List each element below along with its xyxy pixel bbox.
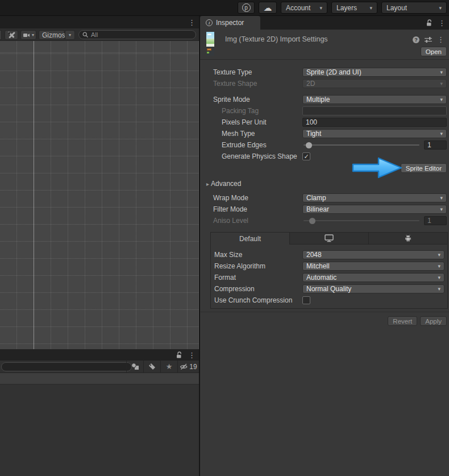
version-control-button[interactable]: p bbox=[238, 2, 255, 14]
aniso-level-value-field: 1 bbox=[424, 216, 447, 225]
tab-android-platform[interactable] bbox=[369, 233, 447, 245]
extrude-edges-value: 1 bbox=[427, 141, 431, 149]
extrude-edges-slider[interactable] bbox=[302, 140, 421, 150]
hidden-packages-toggle[interactable]: 19 bbox=[177, 361, 199, 372]
slider-handle[interactable] bbox=[306, 142, 312, 148]
extrude-edges-row: Extrude Edges 1 bbox=[200, 139, 449, 151]
wrap-mode-row: Wrap Mode Clamp ▾ bbox=[200, 192, 449, 204]
hidden-count: 19 bbox=[189, 363, 197, 371]
resize-algorithm-dropdown[interactable]: Mitchell ▾ bbox=[302, 262, 444, 271]
sprite-mode-row: Sprite Mode Multiple ▾ bbox=[200, 94, 449, 105]
pixels-per-unit-label: Pixels Per Unit bbox=[213, 118, 302, 126]
scene-menu-kebab-icon[interactable]: ⋮ bbox=[188, 19, 196, 26]
apply-button-row: Revert Apply bbox=[200, 316, 449, 326]
compression-row: Compression Normal Quality ▾ bbox=[214, 283, 444, 295]
scene-camera-dropdown[interactable]: ▾ bbox=[20, 30, 36, 40]
compression-dropdown[interactable]: Normal Quality ▾ bbox=[302, 284, 444, 293]
gizmos-arrow-button[interactable]: ▾ bbox=[65, 30, 75, 40]
extrude-edges-value-field[interactable]: 1 bbox=[424, 140, 447, 150]
open-button[interactable]: Open bbox=[421, 47, 447, 56]
use-crunch-compression-row: Use Crunch Compression bbox=[214, 295, 444, 306]
project-search-input[interactable] bbox=[1, 362, 132, 371]
max-size-value: 2048 bbox=[306, 251, 322, 259]
layers-dropdown[interactable]: Layers ▾ bbox=[331, 2, 377, 14]
texture-type-dropdown[interactable]: Sprite (2D and UI) ▾ bbox=[302, 68, 447, 77]
project-content-area[interactable] bbox=[0, 384, 199, 476]
gizmos-dropdown[interactable]: Gizmos bbox=[39, 30, 65, 40]
sprite-editor-row: Sprite Editor bbox=[200, 163, 449, 173]
mesh-type-dropdown[interactable]: Tight ▾ bbox=[302, 129, 447, 138]
filter-mode-row: Filter Mode Bilinear ▾ bbox=[200, 204, 449, 215]
slider-handle bbox=[309, 218, 315, 224]
unlock-icon[interactable] bbox=[176, 351, 182, 358]
saved-search-button[interactable]: ★ bbox=[160, 361, 177, 372]
scene-view-toolbar: ▾ Gizmos ▾ All bbox=[0, 28, 199, 41]
chevron-down-icon: ▾ bbox=[319, 5, 322, 11]
eye-slash-icon bbox=[180, 363, 188, 370]
format-dropdown[interactable]: Automatic ▾ bbox=[302, 273, 444, 282]
max-size-dropdown[interactable]: 2048 ▾ bbox=[302, 250, 444, 259]
unlock-icon[interactable] bbox=[426, 19, 433, 26]
mesh-type-label: Mesh Type bbox=[213, 130, 302, 138]
chevron-down-icon: ▾ bbox=[438, 263, 440, 269]
advanced-foldout[interactable]: ▸ Advanced bbox=[200, 179, 449, 189]
filter-mode-dropdown[interactable]: Bilinear ▾ bbox=[302, 205, 447, 214]
generate-physics-shape-label: Generate Physics Shape bbox=[213, 152, 302, 160]
platform-tabs: Default bbox=[211, 233, 447, 245]
tab-standalone-platform[interactable] bbox=[290, 233, 369, 245]
filter-by-type-icon bbox=[131, 363, 139, 370]
packing-tag-label: Packing Tag bbox=[213, 107, 302, 115]
cloud-services-button[interactable]: ☁ bbox=[259, 2, 277, 14]
header-kebab-icon[interactable]: ⋮ bbox=[437, 36, 444, 43]
scene-grid-axis bbox=[34, 41, 34, 349]
camera-icon bbox=[23, 32, 30, 38]
import-settings-header: Img (Texture 2D) Import Settings ? ⋮ Ope… bbox=[200, 30, 449, 60]
chevron-down-icon: ▾ bbox=[440, 131, 443, 136]
wrap-mode-label: Wrap Mode bbox=[213, 194, 302, 202]
info-icon: i bbox=[206, 19, 213, 26]
project-breadcrumb-bar bbox=[0, 373, 199, 384]
generate-physics-shape-row: Generate Physics Shape ✓ bbox=[200, 151, 449, 162]
inspector-menu-kebab-icon[interactable]: ⋮ bbox=[438, 19, 446, 27]
platform-settings-box: Default bbox=[210, 232, 448, 309]
project-menu-kebab-icon[interactable]: ⋮ bbox=[188, 351, 196, 359]
tools-icon bbox=[7, 31, 15, 39]
format-label: Format bbox=[214, 274, 302, 282]
wrap-mode-value: Clamp bbox=[306, 194, 326, 202]
layers-label: Layers bbox=[336, 4, 357, 12]
toolbar-edge-button[interactable] bbox=[0, 30, 2, 40]
tab-inspector[interactable]: i Inspector bbox=[200, 16, 260, 30]
pixels-per-unit-field[interactable]: 100 bbox=[302, 118, 447, 127]
inspector-panel: i Inspector ⋮ Img (Texture 2D) Import Se… bbox=[200, 16, 449, 476]
apply-separator bbox=[200, 312, 449, 312]
generate-physics-shape-checkbox[interactable]: ✓ bbox=[302, 152, 310, 160]
search-placeholder: All bbox=[91, 31, 98, 38]
account-dropdown[interactable]: Account ▾ bbox=[281, 2, 327, 14]
layout-dropdown[interactable]: Layout ▾ bbox=[381, 2, 447, 14]
tab-default-platform[interactable]: Default bbox=[211, 233, 290, 245]
android-icon bbox=[404, 234, 412, 242]
scene-viewport[interactable] bbox=[0, 41, 199, 349]
revert-button[interactable]: Revert bbox=[388, 316, 417, 326]
scene-tools-button[interactable] bbox=[5, 30, 18, 40]
chevron-down-icon: ▾ bbox=[440, 97, 443, 102]
project-toolbar: ★ 19 bbox=[0, 361, 199, 373]
resize-algorithm-value: Mitchell bbox=[306, 262, 330, 270]
texture-type-label: Texture Type bbox=[213, 68, 302, 76]
star-icon: ★ bbox=[166, 362, 173, 371]
max-size-label: Max Size bbox=[214, 251, 302, 259]
pixels-per-unit-row: Pixels Per Unit 100 bbox=[200, 117, 449, 128]
search-by-type-button[interactable] bbox=[126, 361, 143, 372]
sprite-mode-dropdown[interactable]: Multiple ▾ bbox=[302, 95, 447, 104]
search-by-label-button[interactable] bbox=[143, 361, 160, 372]
sprite-editor-button[interactable]: Sprite Editor bbox=[401, 163, 447, 173]
chevron-down-icon: ▾ bbox=[69, 32, 71, 38]
scene-search-input[interactable]: All bbox=[78, 30, 196, 39]
apply-button[interactable]: Apply bbox=[420, 316, 447, 326]
presets-icon[interactable] bbox=[425, 36, 432, 43]
aniso-level-slider bbox=[302, 216, 421, 225]
wrap-mode-dropdown[interactable]: Clamp ▾ bbox=[302, 193, 447, 202]
use-crunch-compression-checkbox[interactable] bbox=[302, 296, 310, 304]
texture-shape-value: 2D bbox=[306, 80, 315, 88]
help-icon[interactable]: ? bbox=[413, 36, 419, 43]
